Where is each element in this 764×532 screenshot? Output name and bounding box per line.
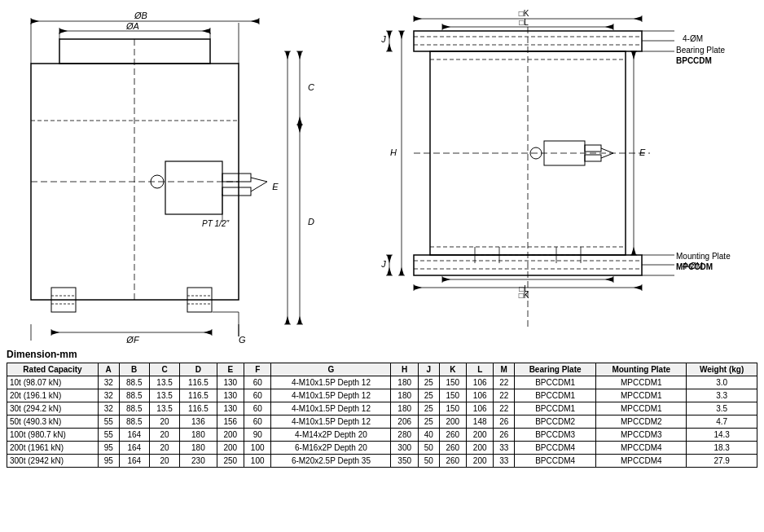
svg-rect-30 (222, 187, 251, 196)
cell-1-6: 60 (244, 389, 270, 402)
cell-3-12: 26 (494, 415, 515, 429)
cell-5-13: BPCCDM4 (515, 442, 596, 455)
svg-line-67 (601, 153, 613, 158)
svg-marker-90 (399, 267, 404, 275)
svg-marker-14 (297, 117, 302, 125)
col-header-e: E (217, 363, 244, 376)
cell-5-8: 300 (391, 442, 418, 455)
cell-2-6: 60 (244, 402, 270, 415)
svg-line-66 (601, 148, 613, 153)
svg-marker-45 (204, 330, 212, 335)
cell-0-8: 180 (391, 376, 418, 389)
cell-3-11: 148 (466, 415, 493, 429)
col-header-l: L (466, 363, 493, 376)
cell-0-2: 88.5 (119, 376, 149, 389)
cell-1-12: 22 (494, 389, 515, 402)
cell-0-3: 13.5 (149, 376, 179, 389)
svg-marker-95 (387, 43, 392, 51)
cell-6-9: 50 (418, 455, 439, 468)
cell-4-6: 90 (244, 429, 270, 442)
cell-2-3: 13.5 (149, 402, 179, 415)
mounting-plate-label: Mounting Plate (676, 252, 731, 261)
dim-h-label: H (390, 147, 397, 157)
col-header-d: D (180, 363, 217, 376)
svg-line-31 (251, 178, 267, 182)
cell-3-0: 50t (490.3 kN) (7, 415, 99, 429)
svg-marker-94 (387, 31, 392, 39)
col-header-b: B (119, 363, 149, 376)
cell-4-14: MPCCDM3 (596, 429, 687, 442)
cell-4-9: 40 (418, 429, 439, 442)
cell-1-1: 32 (98, 389, 119, 402)
cell-6-3: 20 (149, 455, 179, 468)
cell-0-0: 10t (98.07 kN) (7, 376, 99, 389)
svg-marker-100 (387, 267, 392, 275)
cell-2-9: 25 (418, 402, 439, 415)
cell-1-9: 25 (418, 389, 439, 402)
cell-5-2: 164 (119, 442, 149, 455)
bearing-plate-model: BPCCDM (676, 56, 712, 65)
left-svg: ØB ØA C D (7, 7, 381, 349)
cell-3-1: 55 (98, 415, 119, 429)
col-header-h: H (391, 363, 418, 376)
cell-6-5: 250 (217, 455, 244, 468)
cell-0-11: 106 (466, 376, 493, 389)
cell-2-2: 88.5 (119, 402, 149, 415)
col-header-j: J (418, 363, 439, 376)
svg-marker-114 (442, 277, 450, 282)
cell-2-4: 116.5 (180, 402, 217, 415)
col-header-f: F (244, 363, 270, 376)
cell-2-8: 180 (391, 402, 418, 415)
cell-6-12: 33 (494, 455, 515, 468)
col-header-bearing: Bearing Plate (515, 363, 596, 376)
svg-marker-18 (297, 316, 302, 324)
dim-a-label: ØA (125, 21, 139, 31)
cell-0-14: MPCCDM1 (596, 376, 687, 389)
cell-5-0: 200t (1961 kN) (7, 442, 99, 455)
cell-0-6: 60 (244, 376, 270, 389)
cell-2-11: 106 (466, 402, 493, 415)
cell-2-10: 150 (439, 402, 466, 415)
cell-4-10: 260 (439, 429, 466, 442)
cell-1-14: MPCCDM1 (596, 389, 687, 402)
cell-4-11: 200 (466, 429, 493, 442)
svg-rect-28 (165, 161, 222, 214)
svg-marker-115 (605, 277, 613, 282)
cell-6-14: MPCCDM4 (596, 455, 687, 468)
cell-5-6: 100 (244, 442, 270, 455)
table-row: 300t (2942 kN)95164202302501006-M20x2.5P… (7, 455, 757, 468)
svg-marker-23 (285, 316, 290, 324)
cell-3-14: MPCCDM2 (596, 415, 687, 429)
svg-marker-3 (31, 19, 39, 24)
dim-j-top-label: J (381, 34, 386, 44)
cell-4-15: 14.3 (687, 429, 757, 442)
cell-0-10: 150 (439, 376, 466, 389)
cell-6-10: 260 (439, 455, 466, 468)
col-header-mounting: Mounting Plate (596, 363, 687, 376)
cell-1-7: 4-M10x1.5P Depth 12 (271, 389, 391, 402)
cell-3-7: 4-M10x1.5P Depth 12 (271, 415, 391, 429)
cell-2-13: BPCCDM1 (515, 402, 596, 415)
cell-3-3: 20 (149, 415, 179, 429)
cell-0-9: 25 (418, 376, 439, 389)
dim-m-top-label: 4-ØM (683, 34, 703, 43)
cell-5-5: 200 (217, 442, 244, 455)
cell-3-5: 156 (217, 415, 244, 429)
svg-rect-65 (585, 155, 601, 161)
cell-4-3: 20 (149, 429, 179, 442)
pt-label: PT 1/2" (202, 219, 229, 228)
svg-rect-64 (585, 145, 601, 152)
col-header-a: A (98, 363, 119, 376)
svg-marker-109 (414, 285, 422, 290)
cell-0-13: BPCCDM1 (515, 376, 596, 389)
cell-4-13: BPCCDM3 (515, 429, 596, 442)
svg-marker-22 (285, 51, 290, 59)
cell-4-7: 4-M14x2P Depth 20 (271, 429, 391, 442)
dim-k-top-label: □K (519, 9, 529, 18)
section-title: Dimension-mm (7, 349, 757, 360)
cell-4-5: 200 (217, 429, 244, 442)
cell-5-1: 95 (98, 442, 119, 455)
cell-5-15: 18.3 (687, 442, 757, 455)
svg-marker-104 (631, 51, 636, 59)
svg-marker-99 (387, 255, 392, 263)
